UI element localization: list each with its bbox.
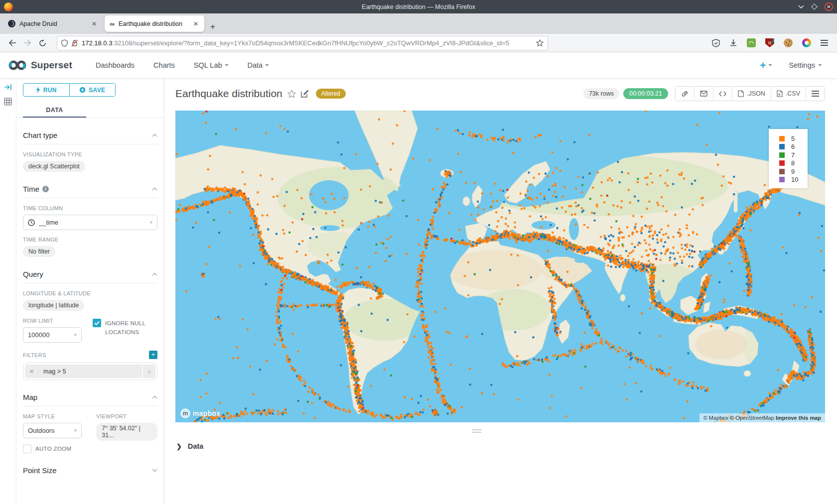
chevron-up-icon (152, 395, 157, 399)
chevron-down-icon: ▾ (74, 332, 77, 338)
violentmonkey-icon[interactable]: ◠ (747, 38, 756, 47)
ublock-icon[interactable]: u2 (765, 38, 774, 47)
favorite-star-icon[interactable] (287, 90, 296, 98)
expand-datasource-icon[interactable] (4, 84, 12, 91)
time-column-select[interactable]: __time ▾ (23, 215, 157, 230)
save-button[interactable]: SAVE (70, 84, 116, 96)
filter-expand-icon[interactable]: › (142, 365, 155, 378)
menu-icon (812, 91, 819, 97)
nav-charts[interactable]: Charts (153, 61, 175, 69)
viewport-value[interactable]: 7° 35' 54.02" | 31... (96, 423, 157, 441)
section-chart-type: Chart type VISUALIZATION TYPE deck.gl Sc… (23, 131, 157, 172)
map-style-select[interactable]: Outdoors ▾ (23, 423, 82, 438)
filter-value[interactable]: mag > 5 (38, 365, 142, 378)
edit-properties-icon[interactable] (301, 90, 309, 98)
improve-map-link[interactable]: Improve this map (776, 415, 821, 421)
section-header[interactable]: Chart type (23, 131, 157, 144)
section-header[interactable]: Point Size (23, 466, 157, 479)
section-header[interactable]: Timei (23, 185, 157, 198)
download-icon[interactable] (729, 39, 737, 47)
map-legend: 5678910 (769, 129, 808, 188)
tab-close-icon[interactable]: ✕ (192, 20, 199, 27)
back-icon[interactable] (5, 39, 20, 46)
add-new-button[interactable]: + (760, 59, 772, 71)
chevron-up-icon (152, 133, 157, 137)
row-limit-select[interactable]: 100000 ▾ (23, 327, 82, 343)
grid-icon[interactable] (4, 98, 12, 106)
url-input[interactable]: 172.18.0.3:32108/superset/explore/?form_… (57, 36, 548, 50)
export-json-button[interactable]: .JSON (732, 87, 771, 101)
export-csv-button[interactable]: .CSV (771, 87, 806, 101)
tab-close-icon[interactable]: ✕ (91, 20, 98, 27)
control-panel: RUN SAVE DATA Chart type VISUALIZATION T… (16, 79, 164, 504)
filter-control: ✕ mag > 5 › (23, 363, 157, 380)
ignore-null-checkbox[interactable] (93, 319, 101, 327)
explore-content: RUN SAVE DATA Chart type VISUALIZATION T… (0, 79, 837, 504)
chevron-down-icon (768, 64, 772, 66)
ublock-badge: 2 (772, 36, 777, 44)
new-tab-button[interactable]: + (205, 22, 220, 34)
chevron-down-icon (818, 64, 822, 66)
section-map: Map MAP STYLE Outdoors ▾ (23, 393, 157, 453)
forward-icon[interactable] (20, 39, 35, 46)
tab-data[interactable]: DATA (23, 104, 86, 118)
legend-entry: 8 (779, 159, 808, 168)
query-timer-badge: 00:00:03.21 (623, 88, 668, 99)
shield-icon[interactable] (61, 39, 68, 47)
map-style-label: MAP STYLE (23, 413, 85, 419)
mapbox-logo[interactable]: m mapbox (180, 408, 220, 418)
cookie-extension-icon[interactable] (784, 38, 793, 47)
auto-zoom-checkbox[interactable] (23, 445, 31, 453)
legend-entry: 5 (779, 134, 808, 143)
protections-shield-icon[interactable] (712, 39, 720, 47)
nav-data[interactable]: Data (248, 61, 270, 69)
lock-disabled-icon[interactable] (71, 39, 78, 47)
row-limit-label: ROW LIMIT (23, 318, 82, 324)
lonlat-value[interactable]: longitude | latitude (23, 300, 84, 311)
legend-label: 8 (791, 159, 795, 167)
clock-icon (28, 219, 35, 226)
export-button-group: .JSON .CSV (675, 86, 825, 101)
file-x-icon (777, 90, 783, 97)
tab-apache-druid[interactable]: Apache Druid ✕ (3, 15, 103, 32)
section-header[interactable]: Query (23, 270, 157, 283)
run-button[interactable]: RUN (23, 84, 70, 96)
tab-label: Earthquake distribution (119, 20, 188, 27)
pinwheel-extension-icon[interactable] (802, 38, 811, 47)
link-icon (681, 90, 689, 98)
url-text: 172.18.0.3:32108/superset/explore/?form_… (82, 39, 533, 47)
remove-filter-icon[interactable]: ✕ (25, 365, 38, 378)
nav-sql-lab[interactable]: SQL Lab (194, 61, 229, 69)
nav-dashboards[interactable]: Dashboards (96, 61, 135, 69)
superset-navbar: Superset Dashboards Charts SQL Lab Data … (0, 52, 837, 79)
viz-type-value[interactable]: deck.gl Scatterplot (23, 161, 85, 172)
add-filter-button[interactable]: + (149, 351, 157, 359)
section-header[interactable]: Map (23, 393, 157, 406)
panel-resize-handle[interactable] (472, 429, 481, 433)
altered-badge[interactable]: Altered (316, 89, 346, 99)
settings-menu[interactable]: Settings (789, 61, 822, 69)
tab-earthquake-distribution[interactable]: ∞ Earthquake distribution ✕ (105, 15, 204, 32)
chevron-right-icon: ❯ (176, 443, 182, 450)
chart-menu-button[interactable] (806, 87, 825, 101)
browser-toolbar: 172.18.0.3:32108/superset/explore/?form_… (0, 34, 837, 52)
minimize-icon[interactable] (798, 5, 804, 9)
time-range-value[interactable]: No filter (23, 246, 55, 257)
embed-code-button[interactable] (713, 87, 732, 101)
deckgl-scatter-map[interactable]: 5678910 m mapbox © Mapbox © OpenStreetMa… (175, 111, 825, 422)
bookmark-star-icon[interactable] (536, 39, 544, 47)
copy-link-button[interactable] (676, 87, 694, 101)
superset-logo[interactable]: Superset (8, 60, 72, 71)
auto-zoom-label: AUTO ZOOM (35, 444, 71, 453)
close-icon[interactable]: ✕ (825, 2, 833, 11)
legend-label: 6 (791, 143, 795, 150)
reload-icon[interactable] (35, 39, 50, 47)
maximize-icon[interactable] (811, 3, 818, 10)
data-panel-toggle[interactable]: ❯ Data (176, 442, 203, 450)
divider (16, 118, 164, 118)
legend-label: 10 (791, 176, 798, 183)
email-button[interactable] (694, 87, 713, 101)
menu-icon[interactable] (821, 40, 828, 46)
legend-swatch (779, 152, 785, 158)
filters-label: FILTERS (23, 352, 46, 358)
